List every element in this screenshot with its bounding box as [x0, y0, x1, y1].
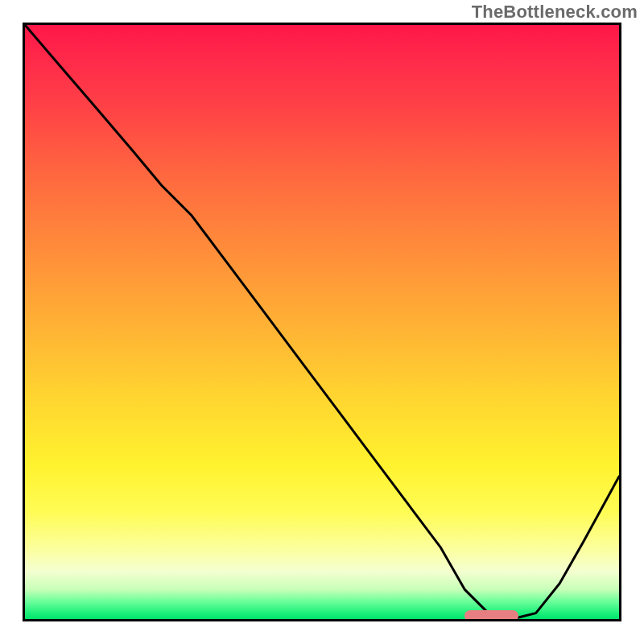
- chart-root: TheBottleneck.com: [0, 0, 644, 644]
- watermark-text: TheBottleneck.com: [472, 2, 638, 23]
- plot-area: [23, 23, 621, 621]
- bottleneck-curve-path: [25, 25, 619, 619]
- line-series: [25, 25, 619, 619]
- optimal-range-marker: [464, 610, 518, 621]
